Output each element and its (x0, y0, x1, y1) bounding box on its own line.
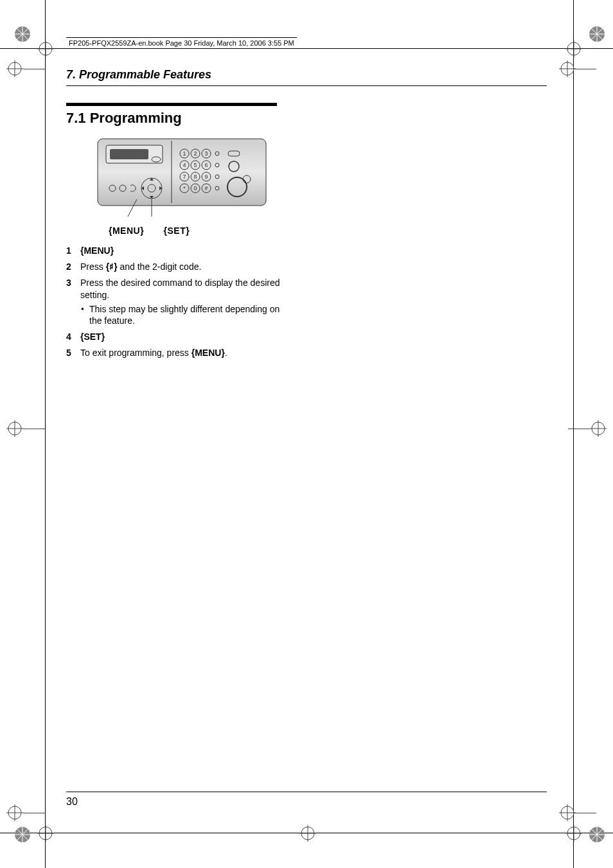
svg-text:#: # (204, 185, 208, 191)
crop-mark-line (23, 813, 45, 813)
svg-text:*: * (183, 185, 186, 191)
crop-mark-icon (559, 60, 576, 77)
svg-text:9: 9 (204, 173, 208, 180)
set-key-label: {SET} (164, 226, 190, 236)
step-3-note: This step may be slightly different depe… (80, 303, 283, 328)
crop-mark-line (568, 429, 590, 429)
step-number: 4 (66, 331, 80, 343)
section-title: 7.1 Programming (66, 110, 283, 127)
crop-mark-line (574, 813, 596, 813)
step-3-text: Press the desired command to display the… (80, 277, 283, 328)
crop-mark-icon (37, 40, 54, 57)
device-illustration: 1 2 3 4 5 6 7 8 9 * 0 # (97, 138, 283, 220)
crop-mark-line (574, 69, 596, 69)
crop-mark-icon (6, 420, 23, 437)
header-page-reference: FP205-PFQX2559ZA-en.book Page 30 Friday,… (66, 37, 297, 49)
crop-mark-icon (37, 825, 54, 842)
chapter-rule (66, 85, 547, 86)
crop-mark-icon (6, 60, 23, 77)
registration-ball-icon (589, 26, 605, 42)
crop-mark-line (23, 429, 45, 429)
page-number: 30 (66, 792, 547, 808)
chapter-title: 7. Programmable Features (66, 68, 547, 82)
registration-ball-icon (589, 826, 605, 843)
step-2-text: Press {♯} and the 2-digit code. (80, 261, 283, 273)
crop-mark-icon (565, 825, 582, 842)
menu-key-label: {MENU} (109, 226, 144, 236)
crop-mark-icon (559, 804, 576, 821)
svg-text:5: 5 (193, 162, 197, 168)
crop-mark-icon (299, 825, 316, 842)
svg-text:4: 4 (182, 162, 186, 168)
step-1-text: {MENU} (80, 245, 283, 257)
step-number: 3 (66, 277, 80, 328)
step-number: 1 (66, 245, 80, 257)
crop-mark-icon (6, 804, 23, 821)
svg-point-3 (152, 157, 161, 162)
svg-text:1: 1 (182, 150, 186, 157)
crop-mark-line (23, 69, 45, 69)
crop-mark-icon (590, 420, 607, 437)
section-rule (66, 103, 277, 106)
step-5-text: To exit programming, press {MENU}. (80, 347, 283, 359)
registration-ball-icon (14, 26, 31, 42)
crop-mark-icon (565, 40, 582, 57)
step-4-text: {SET} (80, 331, 283, 343)
svg-rect-2 (110, 149, 148, 159)
programming-steps: 1 {MENU} 2 Press {♯} and the 2-digit cod… (66, 245, 283, 359)
step-number: 5 (66, 347, 80, 359)
svg-text:3: 3 (204, 150, 208, 157)
step-number: 2 (66, 261, 80, 273)
registration-ball-icon (14, 826, 31, 843)
svg-text:7: 7 (182, 173, 186, 180)
illustration-key-labels: {MENU} {SET} (109, 226, 283, 236)
svg-text:6: 6 (204, 162, 208, 168)
svg-text:8: 8 (193, 173, 197, 180)
svg-text:2: 2 (193, 150, 197, 157)
svg-text:0: 0 (193, 185, 197, 191)
